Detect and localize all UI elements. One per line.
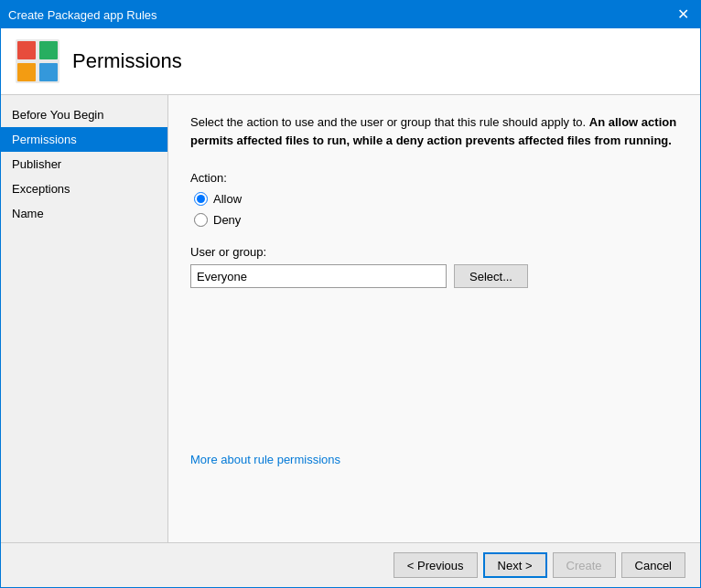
action-section: Action: Allow Deny: [190, 171, 678, 227]
user-group-row: Select...: [190, 264, 678, 288]
select-button[interactable]: Select...: [454, 264, 528, 288]
user-group-section: User or group: Select...: [190, 245, 678, 288]
deny-radio[interactable]: [194, 213, 208, 227]
svg-rect-1: [17, 41, 36, 59]
next-button[interactable]: Next >: [483, 552, 547, 578]
allow-option[interactable]: Allow: [194, 192, 678, 206]
sidebar-item-publisher[interactable]: Publisher: [1, 152, 167, 176]
allow-radio[interactable]: [194, 192, 208, 206]
body: Before You Begin Permissions Publisher E…: [1, 95, 700, 542]
user-group-input[interactable]: [190, 264, 447, 288]
more-link[interactable]: More about rule permissions: [190, 453, 340, 466]
user-group-label: User or group:: [190, 245, 678, 259]
allow-label: Allow: [213, 192, 242, 206]
previous-button[interactable]: < Previous: [394, 552, 478, 578]
action-label: Action:: [190, 171, 678, 185]
svg-rect-3: [17, 63, 36, 81]
svg-rect-2: [39, 41, 58, 59]
cancel-button[interactable]: Cancel: [621, 552, 685, 578]
title-bar: Create Packaged app Rules ✕: [1, 1, 700, 28]
more-section: More about rule permissions: [190, 288, 678, 466]
sidebar-item-before-you-begin[interactable]: Before You Begin: [1, 102, 167, 127]
svg-rect-4: [39, 63, 58, 81]
sidebar-item-exceptions[interactable]: Exceptions: [1, 176, 167, 201]
description-text: Select the action to use and the user or…: [190, 113, 678, 149]
deny-label: Deny: [213, 213, 241, 227]
create-button[interactable]: Create: [553, 552, 616, 578]
content-area: Select the action to use and the user or…: [168, 95, 700, 542]
header: Permissions: [1, 28, 700, 95]
sidebar-item-permissions[interactable]: Permissions: [1, 127, 167, 152]
close-button[interactable]: ✕: [674, 7, 693, 22]
deny-option[interactable]: Deny: [194, 213, 678, 227]
main-window: Create Packaged app Rules ✕ Permissions …: [0, 0, 701, 588]
window-title: Create Packaged app Rules: [8, 8, 157, 22]
footer: < Previous Next > Create Cancel: [1, 542, 700, 587]
sidebar: Before You Begin Permissions Publisher E…: [1, 95, 168, 542]
action-radio-group: Allow Deny: [194, 192, 678, 227]
app-icon: [16, 39, 59, 83]
sidebar-item-name[interactable]: Name: [1, 201, 167, 226]
page-title: Permissions: [72, 49, 182, 73]
